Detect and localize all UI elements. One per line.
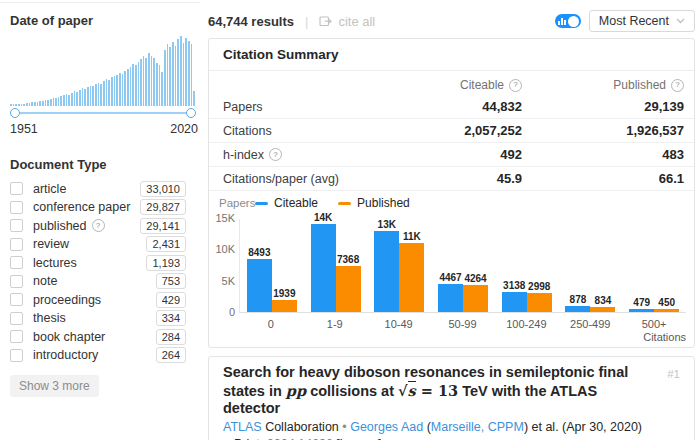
citation-summary-toggle[interactable] bbox=[555, 14, 581, 28]
checkbox[interactable] bbox=[10, 219, 23, 232]
summary-row-papers: Papers 44,832 29,139 bbox=[209, 95, 694, 118]
bar-published[interactable] bbox=[336, 266, 361, 312]
checkbox[interactable] bbox=[10, 201, 23, 214]
bar-published[interactable] bbox=[399, 243, 424, 312]
collaboration-link[interactable]: ATLAS bbox=[223, 420, 262, 434]
bar-citeable[interactable] bbox=[502, 292, 527, 312]
doc-type-note[interactable]: note 753 bbox=[10, 275, 186, 288]
checkbox[interactable] bbox=[10, 238, 23, 251]
histogram-bar bbox=[140, 59, 142, 106]
help-icon[interactable]: ? bbox=[269, 148, 282, 161]
show-more-button[interactable]: Show 3 more bbox=[10, 375, 99, 397]
col-published: Published ? bbox=[522, 78, 684, 92]
doc-type-article[interactable]: article 33,010 bbox=[10, 182, 186, 195]
document-type-facet: Document Type article 33,010 conference … bbox=[10, 157, 200, 397]
bar-citeable[interactable] bbox=[629, 309, 654, 312]
plot-area: 8493 1939 14K 7368 13K 11K 4467 4264 313… bbox=[239, 219, 686, 313]
doc-type-thesis[interactable]: thesis 334 bbox=[10, 312, 186, 325]
result-title[interactable]: #1Search for heavy diboson resonances in… bbox=[223, 364, 680, 418]
doc-type-lectures[interactable]: lectures 1,193 bbox=[10, 256, 186, 269]
chevron-down-icon bbox=[676, 18, 685, 24]
histogram-bar bbox=[29, 103, 31, 106]
histogram-bar bbox=[37, 102, 39, 106]
legend-published[interactable]: Published bbox=[338, 196, 410, 210]
histogram-bar bbox=[58, 97, 60, 106]
citation-summary-panel: Citation Summary Citeable ? Published ? … bbox=[208, 38, 695, 348]
date-facet-title: Date of paper bbox=[10, 13, 200, 28]
help-icon[interactable]: ? bbox=[509, 79, 522, 92]
doc-type-introductory[interactable]: introductory 264 bbox=[10, 349, 186, 362]
bar-published[interactable] bbox=[654, 309, 679, 312]
doc-type-count: 753 bbox=[156, 273, 186, 289]
histogram-bar bbox=[74, 91, 76, 106]
toolbar-divider: | bbox=[305, 14, 308, 29]
checkbox[interactable] bbox=[10, 275, 23, 288]
checkbox[interactable] bbox=[10, 256, 23, 269]
y-tick: 5K bbox=[209, 275, 235, 287]
bar-citeable[interactable] bbox=[438, 284, 463, 312]
bar-published[interactable] bbox=[590, 307, 615, 312]
bar-published[interactable] bbox=[272, 300, 297, 312]
y-axis-label: Papers bbox=[219, 197, 255, 209]
checkbox[interactable] bbox=[10, 349, 23, 362]
doc-type-label: published bbox=[33, 219, 87, 233]
doc-type-review[interactable]: review 2,431 bbox=[10, 238, 186, 251]
histogram-bar bbox=[34, 102, 36, 106]
bar-group-500plus: 479 450 bbox=[622, 297, 686, 312]
histogram-bar bbox=[53, 98, 55, 106]
results-count: 64,744 results bbox=[208, 14, 294, 29]
bar-citeable[interactable] bbox=[374, 231, 399, 312]
slider-handle-max[interactable] bbox=[186, 108, 196, 118]
checkbox[interactable] bbox=[10, 293, 23, 306]
bar-group-0: 8493 1939 bbox=[240, 247, 304, 312]
doc-type-conference-paper[interactable]: conference paper 29,827 bbox=[10, 201, 186, 214]
slider-handle-min[interactable] bbox=[10, 108, 20, 118]
sort-dropdown[interactable]: Most Recent bbox=[589, 10, 695, 32]
filters-sidebar: Date of paper 1951 2020 Document Type ar… bbox=[0, 2, 200, 397]
checkbox[interactable] bbox=[10, 182, 23, 195]
toggle-knob bbox=[568, 16, 579, 27]
doc-type-count: 334 bbox=[156, 310, 186, 326]
histogram-bar bbox=[135, 65, 137, 106]
bar-group-10-49: 13K 11K bbox=[367, 219, 431, 312]
bar-citeable[interactable] bbox=[247, 259, 272, 312]
doc-type-label: thesis bbox=[33, 311, 66, 325]
slider-track bbox=[13, 112, 193, 114]
legend-citeable[interactable]: Citeable bbox=[255, 196, 318, 210]
histogram-bar bbox=[180, 36, 182, 106]
bar-published[interactable] bbox=[527, 293, 552, 312]
doc-type-proceedings[interactable]: proceedings 429 bbox=[10, 293, 186, 306]
date-range-slider[interactable] bbox=[10, 107, 196, 119]
doc-type-label: lectures bbox=[33, 256, 77, 270]
date-range-min-label: 1951 bbox=[10, 122, 38, 136]
checkbox[interactable] bbox=[10, 330, 23, 343]
bar-citeable[interactable] bbox=[311, 224, 336, 312]
checkbox[interactable] bbox=[10, 312, 23, 325]
histogram-bar bbox=[103, 81, 105, 106]
help-icon[interactable]: ? bbox=[671, 79, 684, 92]
doc-type-published[interactable]: published ? 29,141 bbox=[10, 219, 186, 232]
bar-group-100-249: 3138 2998 bbox=[495, 280, 559, 312]
histogram-bar bbox=[159, 65, 161, 106]
histogram-bar bbox=[71, 93, 73, 106]
bar-published[interactable] bbox=[463, 285, 488, 312]
doc-type-count: 284 bbox=[156, 329, 186, 345]
bar-citeable[interactable] bbox=[565, 306, 590, 312]
doc-type-count: 29,827 bbox=[140, 199, 186, 215]
histogram-bar bbox=[63, 95, 65, 106]
help-icon[interactable]: ? bbox=[92, 219, 105, 232]
y-tick: 10K bbox=[209, 243, 235, 255]
histogram-bar bbox=[13, 104, 15, 106]
cite-all-button[interactable]: cite all bbox=[319, 14, 375, 29]
author-link[interactable]: Georges Aad bbox=[350, 420, 423, 434]
affiliation-link[interactable]: Marseille, CPPM bbox=[431, 420, 524, 434]
summary-row-citations: Citations 2,057,252 1,926,537 bbox=[209, 118, 694, 142]
bar-value: 8493 bbox=[248, 247, 270, 258]
citation-bar-chart: Papers Citeable Published 0 5K 10K 15K 8… bbox=[209, 193, 694, 343]
bar-value: 450 bbox=[658, 297, 675, 308]
histogram-bar bbox=[21, 104, 23, 106]
document-type-list: article 33,010 conference paper 29,827 p… bbox=[10, 182, 186, 362]
doc-type-count: 2,431 bbox=[146, 236, 186, 252]
eprint-link[interactable]: 2004.14636 bbox=[267, 437, 333, 440]
doc-type-book-chapter[interactable]: book chapter 284 bbox=[10, 330, 186, 343]
